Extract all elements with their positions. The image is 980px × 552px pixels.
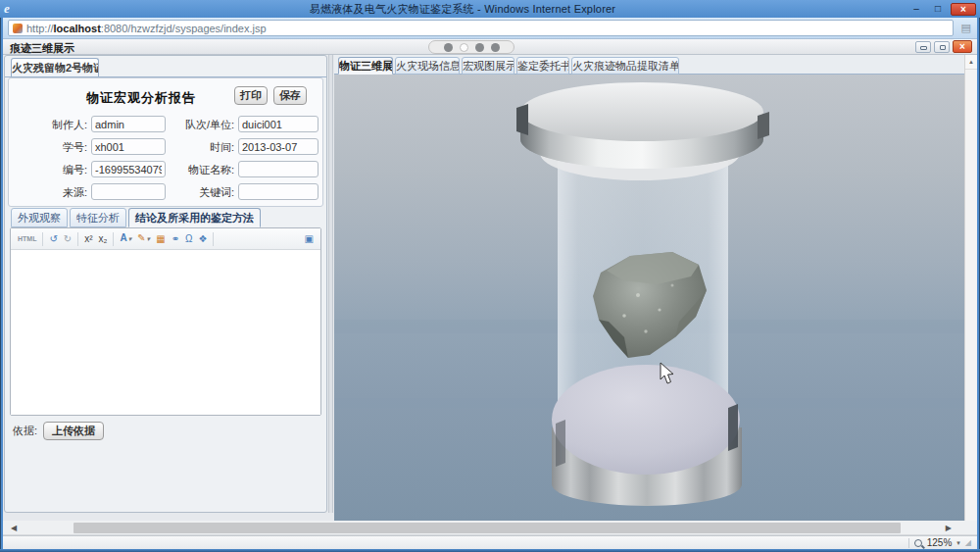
maximize-editor-icon[interactable]: ▣	[302, 229, 317, 249]
maker-label: 制作人:	[9, 118, 87, 132]
toolbar-separator	[77, 232, 78, 246]
window-maximize-button[interactable]: □	[929, 3, 947, 16]
statusbar-separator	[908, 538, 909, 548]
team-unit-label: 队次/单位:	[164, 118, 234, 132]
main-content: 火灾残留物2号物证 物证宏观分析报告 打印 保存 制作人: 队次/单位: 学号:…	[3, 55, 977, 521]
time-input[interactable]	[238, 138, 318, 155]
window-close-button[interactable]: ×	[951, 3, 976, 16]
favicon-icon	[13, 24, 23, 33]
compatibility-view-icon[interactable]: ▤	[961, 22, 971, 33]
mdi-minimize-button[interactable]	[915, 41, 931, 53]
carousel-dot-2[interactable]	[460, 43, 468, 52]
evidence-name-label: 物证名称:	[164, 163, 234, 177]
student-id-input[interactable]	[91, 138, 166, 155]
lid-clip-left	[516, 104, 528, 135]
subscript-icon[interactable]: x₂	[96, 229, 111, 249]
richtext-editor: HTML ↺ ↻ x² x₂ A▾ ✎▾ ▦ ⚭ Ω ❖ ▣	[10, 227, 321, 416]
redo-icon[interactable]: ↻	[61, 229, 74, 249]
keywords-label: 关键词:	[164, 185, 234, 200]
number-input[interactable]	[91, 161, 166, 177]
undo-icon[interactable]: ↺	[46, 229, 60, 249]
form-row: 学号: 时间:	[9, 138, 322, 156]
display-tabbar: 物证三维展示 火灾现场信息 宏观图展示 鉴定委托书 火灾痕迹物品提取清单	[334, 55, 967, 75]
titlebar: e 易燃液体及电气火灾物证鉴定系统 - Windows Internet Exp…	[0, 0, 980, 18]
scroll-left-icon[interactable]: ◀	[11, 523, 17, 533]
address-input[interactable]: http://localhost:8080/hzwzfzjd/syspages/…	[8, 20, 954, 36]
insert-image-icon[interactable]: ▦	[153, 229, 168, 249]
3d-viewport[interactable]	[334, 75, 967, 521]
zoom-magnifier-icon[interactable]	[914, 539, 922, 547]
form-row: 编号: 物证名称:	[9, 161, 322, 178]
zoom-dropdown-icon[interactable]: ▾	[956, 539, 960, 547]
mdi-close-button[interactable]: ×	[953, 40, 972, 53]
tab-3d-display[interactable]: 物证三维展示	[338, 57, 393, 75]
toolbar-separator	[213, 232, 214, 246]
chevron-down-icon[interactable]: ▾	[128, 235, 132, 242]
vertical-scrollbar[interactable]: ▲	[964, 55, 977, 521]
editor-toolbar: HTML ↺ ↻ x² x₂ A▾ ✎▾ ▦ ⚭ Ω ❖ ▣	[11, 228, 320, 250]
tab-commission-letter[interactable]: 鉴定委托书	[516, 57, 569, 75]
editor-tabbar: 外观观察 特征分析 结论及所采用的鉴定方法	[11, 208, 261, 228]
mdi-restore-button[interactable]	[934, 41, 950, 53]
insert-media-icon[interactable]: ❖	[195, 229, 210, 249]
carousel-dot-3[interactable]	[475, 43, 484, 52]
zoom-level[interactable]: 125%	[927, 537, 953, 548]
insert-link-icon[interactable]: ⚭	[169, 229, 182, 249]
horizontal-scrollbar[interactable]: ◀ ▶	[3, 521, 977, 535]
base-clip-right	[728, 404, 738, 451]
source-label: 来源:	[9, 185, 87, 200]
maker-input[interactable]	[91, 116, 166, 132]
toolbar-separator	[42, 232, 43, 246]
toolbar-separator	[113, 232, 114, 246]
resize-grip-icon[interactable]: ◢	[965, 538, 971, 547]
scroll-up-icon[interactable]: ▲	[965, 55, 977, 70]
tab-feature-analysis[interactable]: 特征分析	[70, 208, 126, 227]
carousel-dot-1[interactable]	[444, 43, 453, 52]
special-char-icon[interactable]: Ω	[182, 229, 195, 249]
carousel-dot-4[interactable]	[491, 43, 500, 52]
superscript-icon[interactable]: x²	[81, 229, 95, 249]
panel-splitter[interactable]	[328, 55, 333, 513]
tab-fire-scene-info[interactable]: 火灾现场信息	[395, 57, 460, 75]
tab-conclusion-methods[interactable]: 结论及所采用的鉴定方法	[128, 208, 261, 227]
team-unit-input[interactable]	[238, 116, 318, 132]
url-text: http://localhost:8080/hzwzfzjd/syspages/…	[26, 23, 267, 34]
evidence-name-input[interactable]	[238, 161, 318, 177]
container-base	[552, 365, 742, 506]
tab-appearance-observation[interactable]: 外观观察	[11, 208, 68, 227]
window-minimize-button[interactable]: –	[907, 3, 925, 16]
print-button[interactable]: 打印	[234, 86, 268, 105]
report-panel: 火灾残留物2号物证 物证宏观分析报告 打印 保存 制作人: 队次/单位: 学号:…	[4, 55, 327, 513]
carousel-dots	[428, 40, 514, 54]
page-header: 痕迹三维展示 ×	[3, 39, 977, 55]
source-input[interactable]	[91, 183, 166, 200]
upload-basis-button[interactable]: 上传依据	[43, 422, 104, 440]
ie-window: e 易燃液体及电气火灾物证鉴定系统 - Windows Internet Exp…	[0, 0, 980, 552]
student-id-label: 学号:	[9, 140, 87, 155]
page-title: 痕迹三维展示	[10, 41, 74, 56]
font-color-icon[interactable]: A▾	[117, 228, 134, 249]
display-panel: 物证三维展示 火灾现场信息 宏观图展示 鉴定委托书 火灾痕迹物品提取清单	[334, 55, 967, 521]
base-dome	[552, 365, 740, 475]
scroll-right-icon[interactable]: ▶	[946, 523, 952, 533]
ie-logo-icon: e	[4, 2, 18, 16]
form-row: 来源: 关键词:	[9, 183, 322, 201]
form-row: 制作人: 队次/单位:	[9, 116, 322, 133]
horizontal-scroll-thumb[interactable]	[74, 523, 901, 533]
lid-clip-right	[758, 112, 769, 139]
status-bar: 125% ▾ ◢	[3, 535, 977, 549]
number-label: 编号:	[9, 163, 87, 177]
chevron-down-icon[interactable]: ▾	[147, 235, 151, 242]
evidence-tab[interactable]: 火灾残留物2号物证	[11, 58, 99, 77]
save-button[interactable]: 保存	[273, 86, 307, 105]
html-source-icon[interactable]: HTML	[15, 229, 39, 249]
window-title: 易燃液体及电气火灾物证鉴定系统 - Windows Internet Explo…	[18, 2, 907, 17]
report-card: 物证宏观分析报告 打印 保存 制作人: 队次/单位: 学号: 时间: 编号:	[8, 77, 323, 207]
tab-extraction-list[interactable]: 火灾痕迹物品提取清单	[571, 57, 679, 75]
highlight-color-icon[interactable]: ✎▾	[134, 228, 153, 249]
keywords-input[interactable]	[238, 183, 318, 200]
basis-label: 依据:	[13, 424, 37, 438]
3d-scene	[334, 75, 967, 521]
editor-content-area[interactable]	[11, 250, 320, 415]
tab-macro-image[interactable]: 宏观图展示	[462, 57, 514, 75]
